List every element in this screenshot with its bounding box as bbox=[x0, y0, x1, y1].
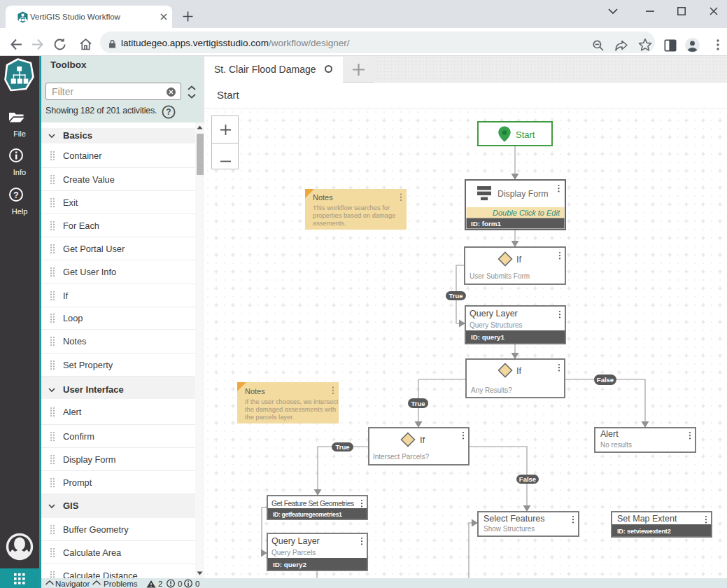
svg-text:Select Features: Select Features bbox=[484, 514, 545, 524]
svg-text:0: 0 bbox=[178, 580, 182, 588]
svg-text:0: 0 bbox=[195, 580, 199, 588]
svg-text:ID: form1: ID: form1 bbox=[471, 220, 502, 227]
svg-text:?: ? bbox=[13, 190, 18, 200]
svg-text:If: If bbox=[516, 365, 522, 376]
svg-text:Notes: Notes bbox=[245, 387, 265, 396]
svg-text:ID: query1: ID: query1 bbox=[471, 333, 504, 341]
svg-text:ID: getfeaturegeometries1: ID: getfeaturegeometries1 bbox=[273, 511, 342, 518]
svg-text:True: True bbox=[449, 292, 463, 300]
svg-text:assements.: assements. bbox=[313, 220, 346, 227]
svg-text:Any Results?: Any Results? bbox=[471, 386, 512, 394]
svg-text:If the user chooses, we inters: If the user chooses, we intersect bbox=[245, 398, 339, 405]
svg-text:True: True bbox=[335, 443, 349, 451]
svg-text:Show Structures: Show Structures bbox=[484, 525, 535, 533]
svg-text:Query Parcels: Query Parcels bbox=[271, 549, 316, 556]
svg-text:Query Structures: Query Structures bbox=[470, 321, 523, 329]
svg-text:Query Layer: Query Layer bbox=[470, 309, 518, 318]
svg-text:Double Click to Edit: Double Click to Edit bbox=[493, 209, 560, 217]
svg-text:ID: query2: ID: query2 bbox=[273, 561, 306, 568]
svg-text:User Submits Form: User Submits Form bbox=[470, 272, 530, 280]
svg-text:Navigator: Navigator bbox=[55, 580, 90, 588]
svg-text:?: ? bbox=[166, 107, 171, 117]
svg-text:Get Feature Set Geometries: Get Feature Set Geometries bbox=[271, 500, 354, 507]
svg-text:Start: Start bbox=[516, 130, 535, 140]
svg-text:True: True bbox=[411, 400, 425, 407]
svg-text:This workflow searches for: This workflow searches for bbox=[313, 204, 390, 211]
svg-text:If: If bbox=[516, 254, 522, 265]
svg-text:File: File bbox=[13, 130, 26, 138]
svg-text:False: False bbox=[519, 475, 536, 483]
svg-text:Info: Info bbox=[13, 168, 26, 176]
svg-text:properties based on damage: properties based on damage bbox=[313, 212, 395, 219]
svg-text:No results: No results bbox=[600, 441, 632, 449]
svg-text:False: False bbox=[597, 376, 614, 384]
svg-text:ID: setviewextent2: ID: setviewextent2 bbox=[617, 528, 671, 535]
svg-text:Notes: Notes bbox=[313, 193, 333, 202]
svg-text:the damaged assessments with: the damaged assessments with bbox=[245, 406, 336, 413]
svg-text:Alert: Alert bbox=[600, 429, 619, 439]
svg-text:Query Layer: Query Layer bbox=[271, 536, 320, 546]
svg-text:Help: Help bbox=[12, 207, 28, 216]
svg-text:If: If bbox=[420, 435, 425, 445]
svg-text:the parcels layer.: the parcels layer. bbox=[245, 414, 294, 421]
svg-text:Intersect Parcels?: Intersect Parcels? bbox=[373, 453, 429, 461]
svg-text:Set Map Extent: Set Map Extent bbox=[617, 514, 677, 524]
svg-text:Problems: Problems bbox=[104, 580, 138, 588]
svg-text:2: 2 bbox=[158, 580, 162, 588]
svg-text:Display Form: Display Form bbox=[497, 189, 548, 199]
